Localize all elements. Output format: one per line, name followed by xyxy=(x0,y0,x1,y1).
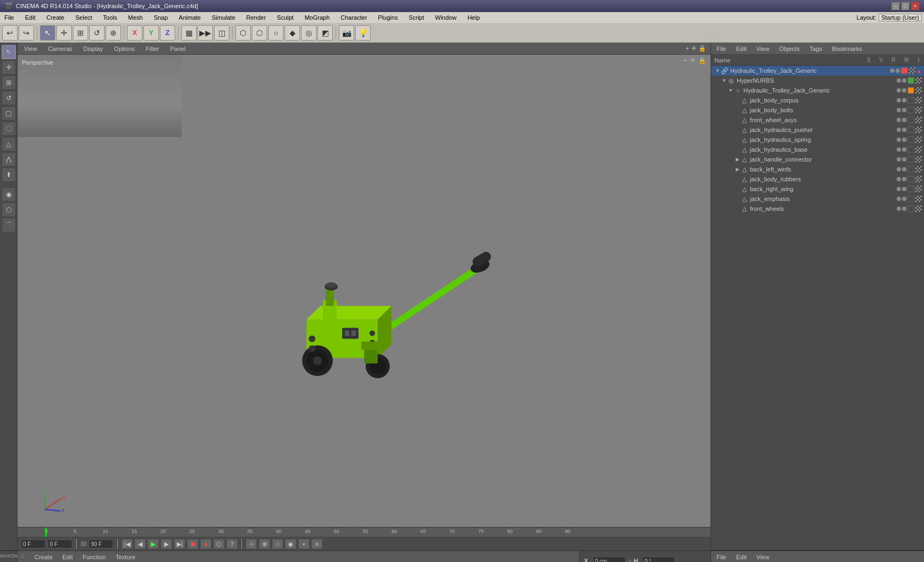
obj-render-dot[interactable] xyxy=(902,108,906,112)
scale-tool-button[interactable]: ⊞ xyxy=(73,25,88,41)
object-list-item[interactable]: ▼🔗Hydraulic_Trolley_Jack_Generic▲ xyxy=(711,66,924,76)
end-frame-display[interactable]: 90 F xyxy=(89,540,113,548)
next-frame-button[interactable]: ▶ xyxy=(161,539,172,549)
obj-render-dot[interactable] xyxy=(902,88,906,93)
spline-tool[interactable]: ⌒ xyxy=(2,218,16,232)
render-preview-button[interactable]: ▪ xyxy=(298,539,309,549)
viewport-menu-options[interactable]: Options xyxy=(112,44,137,53)
obj-color-swatch[interactable] xyxy=(901,67,908,74)
move-tool-button[interactable]: ✛ xyxy=(56,25,72,41)
viewport-3d[interactable]: Perspective + ✛ 🔒 xyxy=(18,55,711,527)
obj-render-dot[interactable] xyxy=(902,98,906,102)
menu-item-script[interactable]: Script xyxy=(407,14,426,21)
x-axis-button[interactable]: X xyxy=(127,25,142,41)
vp-plus-icon[interactable]: + xyxy=(686,45,689,52)
object-list-item[interactable]: △jack_hydraulics_spring xyxy=(711,135,924,145)
obj-visible-dot[interactable] xyxy=(897,157,901,162)
vp-move-icon[interactable]: ✛ xyxy=(691,45,696,52)
obj-render-dot[interactable] xyxy=(902,197,906,201)
menu-item-window[interactable]: Window xyxy=(433,14,459,21)
obj-visible-dot[interactable] xyxy=(897,128,901,132)
frame-input[interactable]: 0 F xyxy=(48,540,72,548)
layout-value[interactable]: Startup (User) xyxy=(879,14,922,21)
texture-mode-button[interactable]: ◩ xyxy=(317,25,333,41)
obj-color-swatch[interactable] xyxy=(908,146,914,153)
obj-expand-icon[interactable]: ▼ xyxy=(727,88,734,93)
object-list-item[interactable]: △jack_hydraulics_base xyxy=(711,145,924,154)
maximize-button[interactable]: □ xyxy=(901,2,910,10)
snap-move-button[interactable]: ⊹ xyxy=(246,539,257,549)
menu-item-mograph[interactable]: MoGraph xyxy=(302,14,332,21)
obj-expand-icon[interactable]: ▼ xyxy=(721,78,727,83)
attr-menu-file[interactable]: File xyxy=(714,553,729,561)
vp-lock-icon[interactable]: 🔒 xyxy=(698,45,706,52)
menu-item-snap[interactable]: Snap xyxy=(152,14,170,21)
object-list-item[interactable]: ▶△jack_handle_connector xyxy=(711,154,924,164)
obj-visible-dot[interactable] xyxy=(897,177,901,181)
mat-menu-function[interactable]: Function xyxy=(80,553,108,561)
obj-expand-icon[interactable]: ▶ xyxy=(734,157,741,162)
polygon-pen[interactable]: △ xyxy=(2,137,16,151)
goto-end-button[interactable]: ▶| xyxy=(174,539,185,549)
obj-visible-dot[interactable] xyxy=(897,118,901,122)
record-button[interactable]: ⏹ xyxy=(187,539,198,549)
extrude-tool[interactable]: ⬆ xyxy=(2,168,16,182)
obj-render-dot[interactable] xyxy=(902,137,906,142)
obj-render-dot[interactable] xyxy=(902,167,906,171)
snap-anim-button[interactable]: ◉ xyxy=(285,539,296,549)
object-list-item[interactable]: △jack_hydraulics_pusher xyxy=(711,125,924,135)
mat-menu-create[interactable]: Create xyxy=(32,553,55,561)
obj-color-swatch[interactable] xyxy=(908,205,914,212)
object-list-item[interactable]: △front_wheel_axys xyxy=(711,115,924,125)
obj-menu-file[interactable]: File xyxy=(714,44,729,53)
obj-color-swatch[interactable] xyxy=(908,156,914,163)
menu-item-file[interactable]: File xyxy=(2,14,16,21)
mat-menu-edit[interactable]: Edit xyxy=(60,553,75,561)
paint-tool[interactable]: ⬡ xyxy=(2,203,16,217)
menu-item-animate[interactable]: Animate xyxy=(177,14,203,21)
play-button[interactable]: ▶ xyxy=(148,539,159,549)
obj-render-dot[interactable] xyxy=(902,128,906,132)
menu-item-select[interactable]: Select xyxy=(73,14,95,21)
obj-color-swatch[interactable] xyxy=(908,186,914,192)
obj-visible-dot[interactable] xyxy=(897,137,901,142)
polygon-mode-button[interactable]: ⬡ xyxy=(252,25,267,41)
obj-render-dot[interactable] xyxy=(902,187,906,191)
obj-render-dot[interactable] xyxy=(902,118,906,122)
current-frame-display[interactable]: 0 F xyxy=(21,540,45,548)
obj-visible-dot[interactable] xyxy=(897,187,901,191)
scale-tool[interactable]: ⊞ xyxy=(2,76,16,90)
obj-render-dot[interactable] xyxy=(902,177,906,181)
obj-render-dot[interactable] xyxy=(902,78,906,83)
menu-item-tools[interactable]: Tools xyxy=(101,14,119,21)
coord-h-input[interactable] xyxy=(642,557,675,562)
viewport-menu-filter[interactable]: Filter xyxy=(143,44,161,53)
obj-render-dot[interactable] xyxy=(896,68,900,73)
timeline-mode-button[interactable]: ≡ xyxy=(311,539,322,549)
obj-color-swatch[interactable] xyxy=(908,107,914,113)
obj-render-dot[interactable] xyxy=(902,207,906,211)
edge-mode-button[interactable]: ○ xyxy=(268,25,284,41)
rotate-tool[interactable]: ↺ xyxy=(2,91,16,105)
menu-item-character[interactable]: Character xyxy=(338,14,369,21)
obj-color-swatch[interactable] xyxy=(908,97,914,104)
obj-menu-view[interactable]: View xyxy=(754,44,772,53)
object-list-item[interactable]: △back_right_wing xyxy=(711,184,924,194)
undo-button[interactable]: ↩ xyxy=(2,25,18,41)
keyframe-button[interactable]: ⬡ xyxy=(213,539,224,549)
select-tool-button[interactable]: ↖ xyxy=(40,25,55,41)
camera-button[interactable]: 📷 xyxy=(339,25,354,41)
object-mode-button[interactable]: ⬡ xyxy=(235,25,251,41)
move-tool[interactable]: ✛ xyxy=(2,60,16,74)
obj-color-swatch[interactable] xyxy=(908,77,914,84)
obj-expand-icon[interactable]: ▼ xyxy=(714,68,721,73)
obj-color-swatch[interactable] xyxy=(908,136,914,143)
object-list-item[interactable]: ▼○Hydraulic_Trolley_Jack_Generic xyxy=(711,85,924,95)
box-select[interactable]: ▢ xyxy=(2,106,16,121)
obj-visible-dot[interactable] xyxy=(897,167,901,171)
obj-color-swatch[interactable] xyxy=(908,117,914,123)
object-list-item[interactable]: △jack_body_rubbers xyxy=(711,174,924,184)
obj-expand-icon[interactable]: ▶ xyxy=(734,167,741,172)
viewport-menu-cameras[interactable]: Cameras xyxy=(46,44,75,53)
menu-item-sculpt[interactable]: Sculpt xyxy=(275,14,296,21)
